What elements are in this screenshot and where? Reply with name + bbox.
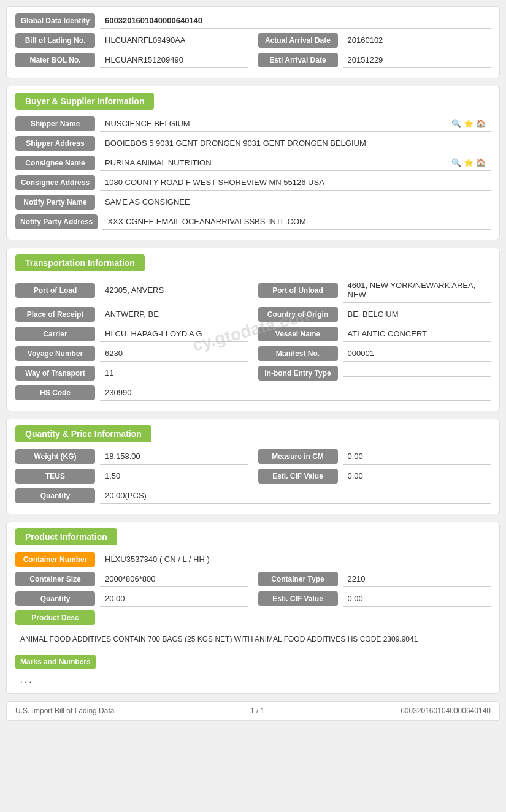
- consignee-home-icon[interactable]: 🏠: [476, 158, 486, 167]
- esti-cif-prod-label: Esti. CIF Value: [258, 591, 338, 606]
- bill-of-lading-label: Bill of Lading No.: [15, 33, 95, 48]
- shipper-name-value: NUSCIENCE BELGIUM 🔍 ⭐ 🏠: [100, 116, 491, 132]
- master-bol-label: Mater BOL No.: [15, 53, 95, 67]
- product-desc-label: Product Desc: [15, 610, 95, 625]
- footer-right: 6003201601040000640140: [401, 707, 491, 715]
- notify-party-address-value: XXX CGNEE EMAIL OCEANARRIVALSSBS-INTL.CO…: [102, 214, 491, 230]
- way-of-transport-value: 11: [100, 365, 248, 381]
- quantity-qp-label: Quantity: [15, 488, 95, 503]
- place-of-receipt-value: ANTWERP, BE: [100, 306, 248, 322]
- global-data-identity-label: Global Data Identity: [15, 13, 95, 28]
- consignee-name-text: PURINA ANIMAL NUTRITION: [105, 158, 212, 167]
- carrier-label: Carrier: [15, 327, 95, 341]
- container-type-label: Container Type: [258, 572, 338, 586]
- container-type-value: 2210: [343, 571, 491, 587]
- hs-code-label: HS Code: [15, 385, 95, 400]
- quantity-prod-label: Quantity: [15, 591, 95, 606]
- consignee-name-label: Consignee Name: [15, 156, 95, 170]
- teus-value: 1.50: [100, 468, 248, 484]
- place-of-receipt-label: Place of Receipt: [15, 307, 95, 322]
- consignee-search-icon[interactable]: 🔍: [451, 158, 461, 167]
- notify-party-name-value: SAME AS CONSIGNEE: [100, 194, 491, 210]
- voyage-number-label: Voyage Number: [15, 346, 95, 361]
- weight-value: 18,158.00: [100, 449, 248, 465]
- shipper-name-text: NUSCIENCE BELGIUM: [105, 119, 190, 128]
- carrier-value: HLCU, HAPAG-LLOYD A G: [100, 326, 248, 342]
- measure-value: 0.00: [343, 449, 491, 465]
- esti-cif-prod-value: 0.00: [343, 591, 491, 607]
- esti-arrival-label: Esti Arrival Date: [258, 53, 338, 67]
- manifest-no-value: 000001: [343, 346, 491, 362]
- home-icon[interactable]: 🏠: [476, 119, 486, 128]
- global-data-identity-value: 6003201601040000640140: [100, 13, 491, 29]
- transportation-section: Transportation Information: [15, 254, 145, 271]
- quantity-prod-value: 20.00: [100, 591, 248, 607]
- shipper-address-value: BOOIEBOS 5 9031 GENT DRONGEN 9031 GENT D…: [100, 135, 491, 151]
- marks-numbers-label: Marks and Numbers: [15, 655, 96, 669]
- vessel-name-value: ATLANTIC CONCERT: [343, 326, 491, 342]
- shipper-icons: 🔍 ⭐ 🏠: [451, 119, 486, 128]
- footer-left: U.S. Import Bill of Lading Data: [15, 707, 114, 715]
- teus-label: TEUS: [15, 469, 95, 484]
- notify-party-name-label: Notify Party Name: [15, 195, 95, 210]
- consignee-address-label: Consignee Address: [15, 175, 95, 190]
- container-number-label: Container Number: [15, 552, 95, 567]
- consignee-name-value: PURINA ANIMAL NUTRITION 🔍 ⭐ 🏠: [100, 155, 491, 171]
- port-of-load-value: 42305, ANVERS: [100, 283, 248, 298]
- consignee-address-value: 1080 COUNTY ROAD F WEST SHOREVIEW MN 551…: [100, 175, 491, 191]
- marks-value: . . .: [15, 673, 491, 687]
- country-of-origin-value: BE, BELGIUM: [343, 306, 491, 322]
- bill-of-lading-value: HLCUANRFL09490AA: [100, 32, 248, 48]
- footer-center: 1 / 1: [250, 707, 264, 715]
- buyer-supplier-section: Buyer & Supplier Information: [15, 93, 154, 110]
- measure-label: Measure in CM: [258, 449, 338, 464]
- port-of-unload-value: 4601, NEW YORK/NEWARK AREA, NEW: [343, 278, 491, 303]
- master-bol-value: HLCUANR151209490: [100, 52, 248, 68]
- quantity-price-section: Quantity & Price Information: [15, 425, 151, 442]
- consignee-icons: 🔍 ⭐ 🏠: [451, 158, 486, 167]
- container-number-value: HLXU3537340 ( CN / L / HH ): [100, 552, 491, 567]
- port-of-load-label: Port of Load: [15, 283, 95, 298]
- way-of-transport-label: Way of Transport: [15, 366, 95, 381]
- weight-label: Weight (KG): [15, 449, 95, 464]
- notify-party-address-label: Notify Party Address: [15, 214, 98, 229]
- manifest-no-label: Manifest No.: [258, 346, 338, 361]
- esti-arrival-value: 20151229: [343, 52, 491, 68]
- esti-cif-qp-label: Esti. CIF Value: [258, 469, 338, 484]
- shipper-name-label: Shipper Name: [15, 116, 95, 131]
- quantity-qp-value: 20.00(PCS): [100, 488, 491, 504]
- shipper-address-label: Shipper Address: [15, 136, 95, 151]
- in-bond-entry-label: In-bond Entry Type: [258, 366, 338, 381]
- hs-code-value: 230990: [100, 385, 491, 401]
- search-icon[interactable]: 🔍: [451, 119, 461, 128]
- product-section: Product Information: [15, 528, 117, 545]
- port-of-unload-label: Port of Unload: [258, 283, 338, 298]
- vessel-name-label: Vessel Name: [258, 327, 338, 341]
- container-size-value: 2000*806*800: [100, 571, 248, 587]
- container-size-label: Container Size: [15, 572, 95, 586]
- esti-cif-qp-value: 0.00: [343, 468, 491, 484]
- consignee-star-icon[interactable]: ⭐: [464, 158, 473, 167]
- actual-arrival-date-label: Actual Arrival Date: [258, 33, 338, 48]
- actual-arrival-date-value: 20160102: [343, 32, 491, 48]
- in-bond-entry-value: [343, 370, 491, 377]
- star-icon[interactable]: ⭐: [464, 119, 473, 128]
- product-desc-value: ANIMAL FOOD ADDITIVES CONTAIN 700 BAGS (…: [15, 629, 491, 650]
- voyage-number-value: 6230: [100, 346, 248, 362]
- country-of-origin-label: Country of Origin: [258, 307, 338, 322]
